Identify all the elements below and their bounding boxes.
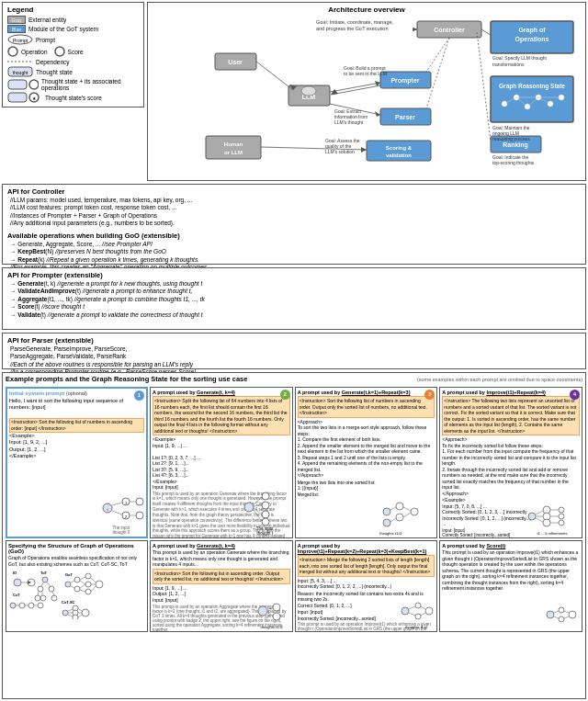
svg-line-157 (71, 586, 74, 588)
svg-point-183 (415, 603, 421, 608)
prompt-2b-content: This prompt is used by an operation Gene… (153, 549, 290, 603)
prompt-initial-content: Hello, I want to sort the following inpu… (9, 398, 144, 459)
thought-graph-1: t 1 2 The inputthought 0 (98, 492, 144, 535)
api-prompter-item-5: → Validate(t) //generate a prompt to val… (10, 311, 581, 319)
prompt-box-3: A prompt used by Generate(t,k=1)+Repeat(… (295, 387, 438, 538)
svg-line-187 (409, 613, 415, 616)
svg-point-132 (38, 603, 43, 608)
prompt-box-3b: A prompt used by Improve(t1)+Repeat(k=2)… (295, 540, 438, 632)
svg-line-69 (330, 83, 380, 92)
svg-point-2 (8, 47, 17, 56)
prompt-box-4: A prompt used by Improve(t1)+Repeat(k=4)… (439, 387, 582, 538)
thought-icon: thought (7, 66, 33, 77)
svg-line-176 (78, 615, 82, 617)
svg-text:Goal: Initiate, coordinate, ma: Goal: Initiate, coordinate, manage, (316, 19, 394, 25)
svg-line-97 (254, 497, 262, 504)
example-subtitle: (some examples within each prompt are om… (417, 377, 582, 382)
svg-rect-37 (206, 136, 261, 159)
api-ops-item-1: → Generate, Aggregate, Score, ... //see … (10, 241, 581, 248)
svg-text:LLM's thought: LLM's thought (334, 119, 364, 125)
thought-graph-3: thoughts t1,t2 (379, 495, 435, 536)
legend-row-thought-score: ★ Thought state's score (7, 92, 139, 103)
svg-point-152 (85, 573, 91, 579)
legend-row-prompt: Prompt Prompt (7, 34, 139, 45)
svg-point-101 (383, 508, 390, 515)
svg-point-131 (28, 603, 34, 608)
svg-point-138 (38, 586, 43, 592)
svg-point-27 (301, 86, 316, 96)
prompt-3b-header: A prompt used by Improve(t1)+Repeat(k=2)… (298, 543, 435, 554)
legend-thought-ops-label: Thought state + its associated operation… (41, 78, 139, 91)
score-icon (54, 46, 65, 57)
svg-text:IO: IO (13, 571, 17, 575)
svg-text:reasoning process: reasoning process (492, 136, 530, 141)
svg-point-93 (262, 492, 269, 500)
svg-point-115 (559, 514, 564, 519)
api-parser-item-1: ParseGenerate, ParseImprove, ParseScore, (10, 345, 581, 353)
api-prompter-section: API for Prompter (extensible) → Generate… (2, 267, 586, 330)
svg-point-124 (14, 579, 21, 586)
prompt-box-2b: A prompt used by Generate(t, k=4) This p… (150, 540, 293, 632)
svg-rect-9 (8, 93, 27, 102)
svg-line-188 (421, 606, 425, 609)
prompt-2-content: <Instruction> Split the following list o… (153, 396, 290, 491)
architecture-overview: Architecture overview Controller Goal: I… (147, 2, 586, 181)
svg-point-105 (411, 508, 418, 515)
api-controller-item-1: //LLM params: model used, temperature, m… (10, 197, 581, 204)
dependency-icon (7, 58, 33, 65)
svg-point-178 (273, 604, 280, 611)
svg-point-102 (383, 519, 390, 526)
prompt-4b-content: This prompt is used by an operation Impr… (442, 549, 580, 592)
prompt-2b-header: A prompt used by Generate(t, k=4) (153, 543, 290, 548)
operation-icon (7, 46, 18, 57)
svg-point-104 (396, 514, 403, 521)
api-parser-item-3: //Each of the above routines is responsi… (10, 361, 581, 368)
prompt-box-2: A prompt used by Generate(t, k=4) 2 <Ins… (150, 387, 293, 538)
svg-text:thought: thought (13, 70, 28, 75)
svg-text:and progress the GoT execution: and progress the GoT execution (316, 26, 388, 31)
svg-line-173 (68, 615, 73, 616)
thought-ops-icon (7, 79, 39, 90)
svg-point-193 (569, 611, 576, 618)
legend-prompt-label: Prompt (36, 37, 55, 43)
svg-line-117 (536, 511, 543, 514)
svg-text:top-scoring thoughts: top-scoring thoughts (492, 160, 535, 165)
svg-text:CoT: CoT (13, 593, 20, 597)
api-prompter-item-1: → Generate(t, k) //generate a prompt for… (10, 280, 581, 288)
thought-cloud-4b (543, 601, 580, 629)
legend-row-blue: Blueblock Module of the GoT system (7, 25, 139, 33)
svg-line-143 (41, 582, 43, 586)
svg-point-166 (62, 610, 68, 616)
svg-line-158 (80, 577, 85, 580)
svg-text:CoT-SC: CoT-SC (62, 600, 75, 605)
api-prompter-item-3: → Aggregate(t1, ..., tk) //generate a pr… (10, 296, 581, 303)
spec-goo-content: Graph of Operations enables seamless spe… (8, 555, 145, 567)
legend-panel: Legend Grayblock External entity Blueblo… (2, 2, 144, 107)
api-controller-title: API for Controller (7, 187, 581, 196)
prompt-4b-header: A prompt used by Score(t) (442, 543, 580, 548)
svg-line-145 (38, 592, 39, 595)
svg-point-177 (258, 606, 267, 616)
svg-line-89 (112, 511, 122, 514)
svg-line-156 (71, 581, 74, 582)
svg-line-164 (91, 586, 96, 592)
svg-point-192 (559, 616, 564, 622)
svg-point-149 (65, 582, 71, 587)
svg-line-88 (112, 503, 122, 505)
svg-point-130 (19, 603, 25, 608)
svg-point-141 (40, 595, 46, 601)
svg-line-109 (403, 513, 411, 517)
svg-point-154 (85, 589, 91, 594)
svg-point-8 (29, 80, 39, 89)
api-ops-item-3: → Repeat(k) //Repeat a given operation k… (10, 256, 581, 264)
svg-point-150 (74, 577, 80, 582)
api-parser-item-2: ParseAggregate, ParseValidate, ParseRank (10, 353, 581, 360)
svg-point-96 (262, 518, 269, 526)
prompt-icon: Prompt (7, 34, 33, 45)
svg-point-170 (82, 609, 89, 616)
goo-graphs: IO CoT ToT (8, 569, 145, 619)
legend-title: Legend (7, 6, 139, 14)
svg-line-159 (80, 581, 85, 584)
api-controller-item-4: //Any additional input parameters (e.g.,… (10, 220, 581, 227)
prompt-badge-4: 4 (570, 390, 580, 400)
